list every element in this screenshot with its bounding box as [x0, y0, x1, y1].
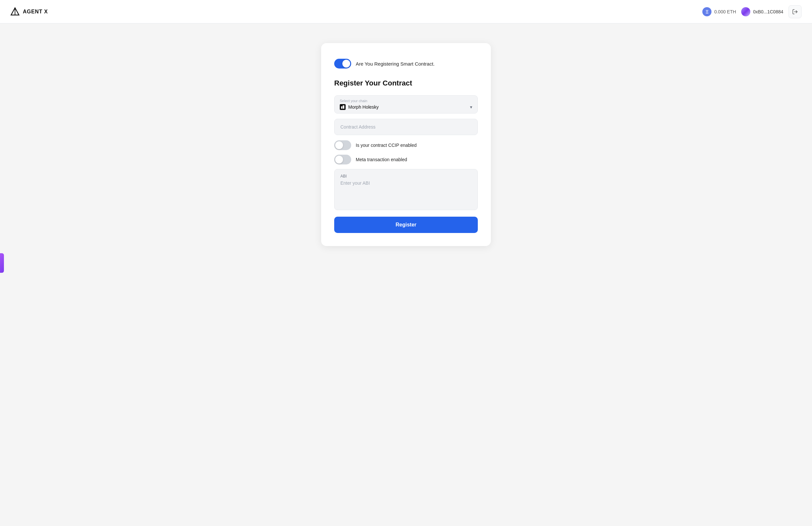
chain-select-text: Morph Holesky [348, 104, 379, 109]
eth-balance: Ξ 0.000 ETH [702, 7, 736, 16]
ccip-track [334, 140, 351, 150]
register-button[interactable]: Register [334, 217, 478, 233]
meta-tx-thumb [335, 156, 343, 163]
register-card: Are You Registering Smart Contract. Regi… [321, 43, 491, 246]
sidebar-indicator [0, 253, 4, 273]
meta-tx-toggle-label: Meta transaction enabled [356, 157, 407, 162]
ccip-toggle-row: Is your contract CCIP enabled [334, 140, 478, 150]
chevron-down-icon: ▾ [470, 104, 472, 109]
eth-balance-value: 0.000 ETH [714, 9, 736, 14]
chain-select-value: Morph Holesky ▾ [340, 104, 472, 110]
wallet-avatar [741, 7, 750, 16]
smart-contract-toggle-row: Are You Registering Smart Contract. [334, 59, 478, 69]
meta-tx-toggle-row: Meta transaction enabled [334, 155, 478, 164]
chain-select-label: Select your chain [340, 99, 472, 103]
svg-rect-4 [343, 105, 344, 109]
header-right: Ξ 0.000 ETH 0xB0...1C0884 [702, 5, 801, 18]
section-title: Register Your Contract [334, 79, 478, 87]
abi-label: ABI [340, 174, 472, 178]
wallet-address-value: 0xB0...1C0884 [753, 9, 783, 14]
ccip-toggle[interactable] [334, 140, 351, 150]
chain-select[interactable]: Select your chain Morph Holesky ▾ [334, 95, 478, 114]
abi-wrapper: ABI [334, 169, 478, 210]
ccip-thumb [335, 141, 343, 149]
wallet-address: 0xB0...1C0884 [741, 7, 783, 16]
header: AGENT X Ξ 0.000 ETH 0xB0...1C0884 [0, 0, 812, 24]
logo-text: AGENT X [23, 9, 48, 15]
logo-area: AGENT X [11, 7, 48, 16]
eth-icon: Ξ [702, 7, 711, 16]
smart-contract-thumb [342, 60, 350, 68]
smart-contract-toggle-label: Are You Registering Smart Contract. [356, 60, 435, 67]
smart-contract-toggle[interactable] [334, 59, 351, 69]
ccip-toggle-label: Is your contract CCIP enabled [356, 143, 417, 148]
chain-select-wrapper: Select your chain Morph Holesky ▾ [334, 95, 478, 114]
chain-icon-svg [341, 105, 345, 109]
main-content: Are You Registering Smart Contract. Regi… [0, 24, 812, 526]
logout-button[interactable] [788, 5, 801, 18]
chain-icon [340, 104, 346, 110]
meta-tx-toggle[interactable] [334, 155, 351, 164]
abi-textarea[interactable] [340, 180, 472, 204]
meta-tx-track [334, 155, 351, 164]
smart-contract-track [334, 59, 351, 69]
logo-icon [11, 7, 19, 16]
svg-rect-3 [341, 106, 342, 109]
contract-address-input[interactable] [334, 119, 478, 135]
logout-icon [792, 9, 798, 15]
register-button-label: Register [395, 222, 417, 228]
